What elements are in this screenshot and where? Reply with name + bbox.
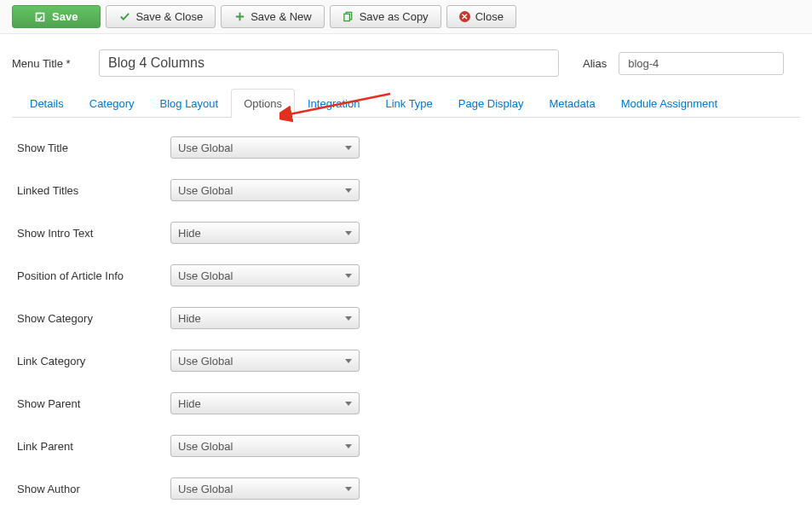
option-row: Show AuthorUse Global xyxy=(17,477,795,500)
check-icon xyxy=(118,11,130,23)
option-select[interactable]: Hide xyxy=(170,222,360,244)
chevron-down-icon xyxy=(345,231,352,235)
option-select[interactable]: Use Global xyxy=(170,350,360,372)
tab-metadata[interactable]: Metadata xyxy=(536,89,608,118)
tabs: DetailsCategoryBlog LayoutOptionsIntegra… xyxy=(12,89,800,118)
option-label: Show Intro Text xyxy=(17,227,170,240)
chevron-down-icon xyxy=(345,487,352,491)
options-panel: Show TitleUse GlobalLinked TitlesUse Glo… xyxy=(12,118,800,515)
option-row: Show ParentHide xyxy=(17,392,795,414)
option-label: Show Parent xyxy=(17,397,170,410)
tab-module-assignment[interactable]: Module Assignment xyxy=(608,89,730,118)
toolbar: Save Save & Close Save & New Save as Cop… xyxy=(0,0,812,34)
option-select[interactable]: Use Global xyxy=(170,179,360,201)
option-select[interactable]: Use Global xyxy=(170,264,360,286)
option-value: Use Global xyxy=(178,269,233,282)
option-select[interactable]: Use Global xyxy=(170,477,360,500)
option-value: Use Global xyxy=(178,142,233,154)
option-value: Hide xyxy=(178,227,201,240)
close-icon: ✕ xyxy=(459,11,470,22)
save-close-button[interactable]: Save & Close xyxy=(106,5,216,28)
close-label: Close xyxy=(475,10,504,23)
option-label: Show Category xyxy=(17,312,170,325)
tab-page-display[interactable]: Page Display xyxy=(446,89,537,118)
option-value: Use Global xyxy=(178,184,233,197)
option-row: Show CategoryHide xyxy=(17,307,795,329)
tab-details[interactable]: Details xyxy=(17,89,77,118)
option-label: Link Category xyxy=(17,355,170,367)
option-value: Use Global xyxy=(178,440,233,453)
tab-link-type[interactable]: Link Type xyxy=(372,89,445,118)
option-row: Link CategoryUse Global xyxy=(17,350,795,372)
tab-options[interactable]: Options xyxy=(231,89,295,118)
option-value: Hide xyxy=(178,397,201,410)
option-row: Show Intro TextHide xyxy=(17,222,795,244)
option-value: Hide xyxy=(178,312,201,325)
option-select[interactable]: Use Global xyxy=(170,435,360,457)
chevron-down-icon xyxy=(345,316,352,321)
chevron-down-icon xyxy=(345,444,352,448)
save-copy-button[interactable]: Save as Copy xyxy=(330,5,441,28)
option-select[interactable]: Hide xyxy=(170,307,360,329)
apply-icon xyxy=(35,11,47,23)
save-copy-label: Save as Copy xyxy=(360,10,429,23)
option-value: Use Global xyxy=(178,483,233,495)
option-label: Position of Article Info xyxy=(17,269,170,282)
option-select[interactable]: Hide xyxy=(170,392,360,414)
close-button[interactable]: ✕ Close xyxy=(446,5,516,28)
save-label: Save xyxy=(52,10,78,23)
svg-rect-0 xyxy=(344,14,350,20)
chevron-down-icon xyxy=(345,146,352,150)
option-label: Link Parent xyxy=(17,440,170,453)
option-label: Show Title xyxy=(17,142,170,154)
menu-title-input[interactable] xyxy=(99,49,559,77)
alias-input[interactable] xyxy=(619,52,784,75)
option-row: Position of Article InfoUse Global xyxy=(17,264,795,286)
tab-integration[interactable]: Integration xyxy=(295,89,372,118)
chevron-down-icon xyxy=(345,188,352,193)
save-new-button[interactable]: Save & New xyxy=(221,5,325,28)
option-row: Show TitleUse Global xyxy=(17,136,795,159)
menu-title-label: Menu Title * xyxy=(12,57,87,70)
chevron-down-icon xyxy=(345,359,352,363)
save-new-label: Save & New xyxy=(251,10,312,23)
option-label: Show Author xyxy=(17,483,170,495)
chevron-down-icon xyxy=(345,402,352,406)
chevron-down-icon xyxy=(345,274,352,278)
plus-icon xyxy=(233,11,245,23)
option-label: Linked Titles xyxy=(17,184,170,197)
save-close-label: Save & Close xyxy=(135,10,203,23)
copy-icon xyxy=(343,11,354,23)
tab-blog-layout[interactable]: Blog Layout xyxy=(147,89,232,118)
title-row: Menu Title * Alias xyxy=(12,49,800,77)
option-select[interactable]: Use Global xyxy=(170,136,360,159)
save-button[interactable]: Save xyxy=(12,5,101,28)
option-row: Linked TitlesUse Global xyxy=(17,179,795,201)
tab-category[interactable]: Category xyxy=(77,89,147,118)
option-value: Use Global xyxy=(178,355,233,367)
alias-label: Alias xyxy=(583,57,607,70)
option-row: Link ParentUse Global xyxy=(17,435,795,457)
